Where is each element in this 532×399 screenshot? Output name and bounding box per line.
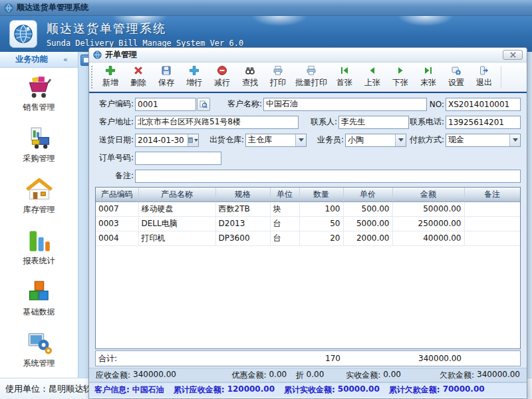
add-row-icon xyxy=(189,65,200,76)
remove-row-icon xyxy=(217,65,227,76)
sidebar-item-basedata[interactable]: 基础数据 xyxy=(0,273,78,324)
customer-lookup-button[interactable] xyxy=(197,98,210,111)
table-row[interactable]: 0007 移动硬盘 西数2TB 块 100 500.00 50000.00 xyxy=(96,201,520,216)
settings-button[interactable]: 设置 xyxy=(442,64,470,90)
purchase-truck-icon xyxy=(25,126,53,151)
cumulative-received-label: 累计实收金额: xyxy=(284,384,335,396)
sidebar-item-reports[interactable]: 报表统计 xyxy=(0,221,78,273)
payment-select[interactable]: 现金 xyxy=(446,134,521,147)
salesman-label: 业务员: xyxy=(317,134,345,146)
items-grid: 产品编码 产品名称 规格 单位 数量 单价 金额 备注 0007 移动硬盘 西数… xyxy=(95,187,521,349)
col-product-name[interactable]: 产品名称 xyxy=(138,188,215,201)
add-icon xyxy=(105,65,116,76)
order-no-input[interactable] xyxy=(135,152,221,165)
table-row[interactable]: 0003 DELL电脑 D2013 台 50 5000.00 250000.00 xyxy=(96,216,520,231)
last-icon xyxy=(423,65,434,76)
bill-form: 客户编码: 客户名称: NO: 客户地址: 联系人: 联系电话: 送货日期: 2… xyxy=(89,93,527,187)
dialog-globe-icon xyxy=(93,51,102,59)
col-amount[interactable]: 金额 xyxy=(392,188,464,201)
batch-print-button[interactable]: 批量打印 xyxy=(292,64,331,90)
contact-input[interactable] xyxy=(338,116,409,129)
print-button[interactable]: 打印 xyxy=(264,64,292,90)
exit-button[interactable]: 退出 xyxy=(470,64,498,90)
sidebar-item-label: 采购管理 xyxy=(23,153,55,164)
prev-icon xyxy=(367,65,378,76)
sidebar-item-system[interactable]: 系统管理 xyxy=(0,324,78,375)
customer-code-label: 客户编码: xyxy=(95,98,135,110)
delivery-date-picker[interactable]: 2014-01-30 xyxy=(135,134,199,147)
grid-header-row: 产品编码 产品名称 规格 单位 数量 单价 金额 备注 xyxy=(96,188,520,201)
sidebar-item-label: 报表统计 xyxy=(23,255,55,267)
sidebar-collapse-button[interactable]: « xyxy=(63,55,78,64)
last-record-button[interactable]: 末张 xyxy=(414,64,442,90)
cumulative-arrears-label: 累计欠款金额: xyxy=(389,384,440,396)
close-icon xyxy=(510,52,516,58)
totals-row: 合计: 170 340000.00 xyxy=(95,350,521,366)
remove-row-button[interactable]: 减行 xyxy=(208,64,236,90)
window-titlebar: 顺达送货单管理系统 xyxy=(0,0,532,16)
sidebar-item-label: 基础数据 xyxy=(23,307,55,318)
order-no-label: 订单号码: xyxy=(95,152,135,164)
shopping-cart-icon xyxy=(25,74,53,100)
bill-no-input[interactable] xyxy=(446,98,521,111)
phone-input[interactable] xyxy=(446,116,521,129)
col-spec[interactable]: 规格 xyxy=(215,188,270,201)
dialog-close-button[interactable] xyxy=(503,50,523,60)
col-unit[interactable]: 单位 xyxy=(270,188,299,201)
address-input[interactable] xyxy=(135,116,299,129)
total-label: 合计: xyxy=(96,353,138,364)
globe-icon xyxy=(13,23,34,45)
payment-label: 付款方式: xyxy=(410,134,446,146)
bar-chart-icon xyxy=(25,228,53,253)
col-remark[interactable]: 备注 xyxy=(464,188,520,201)
delete-button[interactable]: 删除 xyxy=(124,64,152,90)
delivery-date-label: 送货日期: xyxy=(95,134,135,146)
toolbar-gripper[interactable] xyxy=(91,66,94,88)
app-logo xyxy=(9,20,37,48)
bill-no-label: NO: xyxy=(430,100,446,109)
discount-rate-label: 折 xyxy=(296,370,304,381)
delete-icon xyxy=(133,65,144,76)
exit-icon xyxy=(479,65,489,76)
total-amount: 340000.00 xyxy=(392,354,464,363)
salesman-select[interactable]: 小陶 xyxy=(345,134,406,147)
cumulative-arrears-value: 70000.00 xyxy=(443,384,485,396)
window-title: 顺达送货单管理系统 xyxy=(17,2,88,13)
col-qty[interactable]: 数量 xyxy=(299,188,343,201)
summary-band: 应收金额: 340000.00 优惠金额: 0.00 折 0.00 实收金额: … xyxy=(89,368,527,382)
add-row-button[interactable]: 增行 xyxy=(180,64,208,90)
prev-record-button[interactable]: 上张 xyxy=(358,64,386,90)
save-button[interactable]: 保存 xyxy=(152,64,180,90)
sidebar-header: 业务功能 « xyxy=(0,52,78,68)
discount-rate-value: 0.00 xyxy=(307,370,325,381)
col-product-code[interactable]: 产品编码 xyxy=(96,188,138,201)
app-globe-icon xyxy=(4,3,13,13)
sidebar-item-sales[interactable]: 销售管理 xyxy=(0,68,78,119)
new-button[interactable]: 新增 xyxy=(96,64,124,90)
find-button[interactable]: 查找 xyxy=(236,64,264,90)
chevron-down-icon xyxy=(395,134,406,146)
next-record-button[interactable]: 下张 xyxy=(386,64,414,90)
customer-name-label: 客户名称: xyxy=(227,98,263,110)
app-title: 顺达送货单管理系统 xyxy=(47,21,243,37)
print-icon xyxy=(273,65,283,76)
customer-code-input[interactable] xyxy=(135,98,196,111)
arrears-label: 欠款金额: xyxy=(440,370,474,381)
col-price[interactable]: 单价 xyxy=(343,188,392,201)
receivable-value: 340000.00 xyxy=(133,370,176,381)
system-gear-icon xyxy=(25,331,53,356)
billing-dialog: 开单管理 新增 删除 保存 增行 减行 查找 xyxy=(88,47,527,399)
warehouse-select[interactable]: 主仓库 xyxy=(245,134,307,147)
sidebar-item-purchase[interactable]: 采购管理 xyxy=(0,119,78,170)
sidebar-item-inventory[interactable]: 库存管理 xyxy=(0,170,78,221)
remark-input[interactable] xyxy=(135,170,521,183)
calendar-dropdown-button[interactable] xyxy=(188,134,198,146)
find-icon xyxy=(245,65,255,76)
customer-name-input[interactable] xyxy=(263,98,427,111)
data-cubes-icon xyxy=(25,279,53,305)
receivable-label: 应收金额: xyxy=(96,370,130,381)
warehouse-home-icon xyxy=(25,177,53,202)
total-qty: 170 xyxy=(299,354,343,363)
table-row[interactable]: 0004 打印机 DP3600 台 20 2000.00 40000.00 xyxy=(96,231,520,245)
first-record-button[interactable]: 首张 xyxy=(331,64,358,90)
